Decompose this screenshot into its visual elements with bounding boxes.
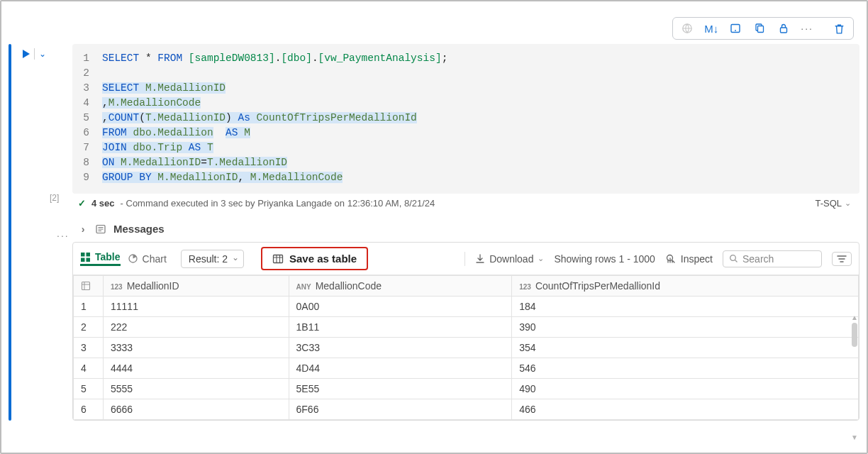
messages-icon: [95, 223, 106, 235]
column-header[interactable]: 123CountOfTripsPerMedallionId: [512, 276, 859, 297]
svg-rect-8: [87, 253, 91, 257]
chevron-right-icon[interactable]: ›: [78, 223, 88, 235]
markdown-button[interactable]: M↓: [701, 21, 721, 36]
output-more-options[interactable]: ···: [57, 230, 69, 241]
column-header[interactable]: 123MedallionID: [104, 276, 289, 297]
run-button[interactable]: [23, 50, 30, 58]
delete-icon[interactable]: [829, 21, 849, 36]
svg-rect-15: [82, 282, 90, 290]
search-icon: [729, 254, 738, 263]
svg-rect-5: [781, 28, 787, 33]
download-icon: [475, 254, 485, 264]
cell-indicator: [9, 44, 11, 421]
check-icon: ✓: [78, 198, 86, 209]
svg-rect-9: [81, 258, 85, 262]
row-corner[interactable]: [74, 276, 104, 297]
inspect-icon: [665, 253, 677, 265]
cell-gutter: ⌄ [2] ···: [14, 44, 72, 421]
cell-toolbar: M↓ ···: [672, 17, 854, 40]
lock-icon[interactable]: [774, 21, 794, 36]
search-input[interactable]: Search: [723, 250, 822, 267]
messages-header[interactable]: › Messages: [72, 218, 859, 242]
results-table: 123MedallionIDANYMedallionCode123CountOf…: [73, 275, 859, 420]
view-chart-toggle[interactable]: Chart: [128, 253, 167, 265]
results-panel: Table Chart Result: 2: [72, 242, 859, 421]
code-editor[interactable]: 123456789 SELECT * FROM [sampleDW0813].[…: [72, 44, 859, 194]
table-row[interactable]: 444444D44546: [74, 358, 859, 379]
save-as-table-button[interactable]: Save as table: [261, 247, 368, 270]
view-table-toggle[interactable]: Table: [80, 251, 121, 266]
row-range-label: Showing rows 1 - 1000: [554, 253, 655, 265]
table-row[interactable]: 22221B11390: [74, 317, 859, 338]
svg-point-14: [730, 255, 736, 261]
table-row[interactable]: 666666F66466: [74, 399, 859, 420]
scrollbar[interactable]: ▲ ▼: [851, 314, 858, 441]
download-button[interactable]: Download ⌄: [475, 253, 544, 265]
run-menu-chevron[interactable]: ⌄: [39, 49, 46, 59]
svg-rect-10: [87, 258, 91, 262]
filter-button[interactable]: [832, 252, 852, 266]
inspect-button[interactable]: Inspect: [665, 253, 713, 265]
results-toolbar: Table Chart Result: 2: [73, 243, 859, 275]
execution-status: ✓ 4 sec - Command executed in 3 sec by P…: [72, 194, 859, 213]
chart-icon: [128, 253, 138, 264]
language-selector[interactable]: T-SQL ⌄: [815, 198, 851, 209]
execution-index: [2]: [50, 193, 59, 203]
table-row[interactable]: 333333C33354: [74, 338, 859, 358]
more-options[interactable]: ···: [798, 23, 816, 34]
grid-icon: [80, 252, 91, 262]
column-header[interactable]: ANYMedallionCode: [289, 276, 512, 297]
svg-rect-4: [758, 26, 764, 33]
globe-icon: [677, 21, 697, 36]
table-row[interactable]: 1111110A00184: [74, 297, 859, 317]
table-row[interactable]: 555555E55490: [74, 379, 859, 399]
svg-point-2: [735, 30, 736, 31]
svg-rect-12: [274, 255, 283, 262]
svg-rect-7: [81, 253, 85, 257]
copy-icon[interactable]: [750, 21, 769, 36]
tablet-icon[interactable]: [725, 21, 745, 36]
result-selector[interactable]: Result: 2: [181, 250, 244, 268]
table-icon: [272, 253, 284, 265]
